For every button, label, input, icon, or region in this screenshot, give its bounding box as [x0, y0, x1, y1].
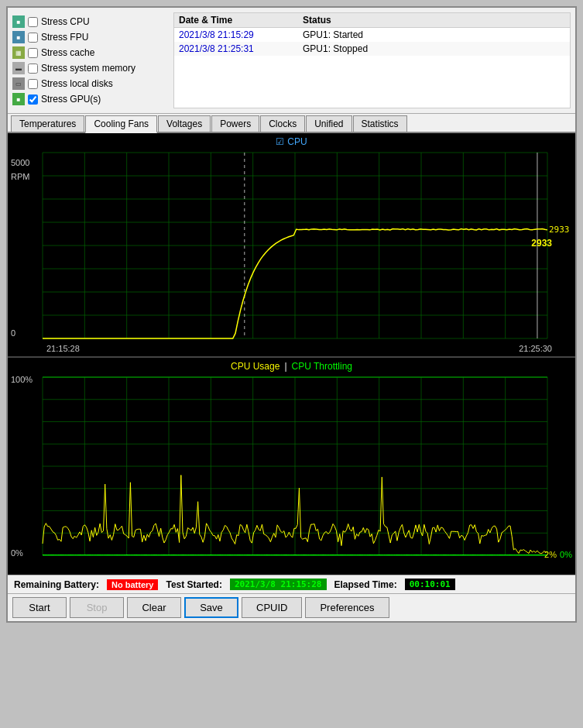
log-row-2: 2021/3/8 21:25:31 GPU1: Stopped — [174, 42, 570, 56]
stress-item-cache[interactable]: ▦ Stress cache — [12, 45, 167, 60]
log-row2-status: GPU1: Stopped — [303, 43, 368, 54]
cpu-current-green: 0% — [560, 550, 572, 559]
log-row1-status: GPU1: Started — [303, 29, 363, 40]
tabs-bar: Temperatures Cooling Fans Voltages Power… — [8, 114, 575, 133]
fpu-icon: ■ — [12, 31, 25, 43]
cpu-throttle-label: CPU Throttling — [292, 361, 352, 372]
tab-cooling-fans[interactable]: Cooling Fans — [85, 115, 157, 133]
save-button[interactable]: Save — [184, 597, 238, 618]
clear-button[interactable]: Clear — [127, 597, 181, 618]
stress-item-gpu[interactable]: ■ Stress GPU(s) — [12, 91, 167, 107]
test-started-label: Test Started: — [166, 579, 221, 590]
tab-voltages[interactable]: Voltages — [158, 115, 211, 132]
log-row-1: 2021/3/8 21:15:29 GPU1: Started — [174, 28, 570, 42]
fan-chart-label: ☑ CPU — [276, 136, 307, 147]
tab-clocks[interactable]: Clocks — [260, 115, 305, 132]
log-row1-datetime: 2021/3/8 21:15:29 — [179, 29, 303, 40]
stress-cpu-label: Stress CPU — [41, 16, 90, 27]
cpu-chart-label: CPU Usage | CPU Throttling — [231, 361, 352, 372]
tab-unified[interactable]: Unified — [306, 115, 352, 132]
status-bar: Remaining Battery: No battery Test Start… — [8, 575, 575, 593]
chart-area: ☑ CPU 5000 RPM 0 2933 21:15:28 21:25:30 … — [8, 133, 575, 575]
stop-button[interactable]: Stop — [70, 597, 124, 618]
cpu-usage-chart: CPU Usage | CPU Throttling 100% 0% 2% 0% — [8, 358, 575, 575]
stress-item-cpu[interactable]: ■ Stress CPU — [12, 14, 167, 29]
gpu-icon: ■ — [12, 93, 25, 105]
stress-gpu-label: Stress GPU(s) — [41, 94, 101, 105]
cache-icon: ▦ — [12, 46, 25, 59]
battery-value: No battery — [107, 579, 158, 590]
stress-item-mem[interactable]: ▬ Stress system memory — [12, 60, 167, 76]
fan-y-min: 0 — [11, 328, 15, 338]
stress-options: ■ Stress CPU ■ Stress FPU ▦ Stress cache… — [12, 12, 167, 108]
stress-fpu-checkbox[interactable] — [28, 33, 38, 43]
top-section: ■ Stress CPU ■ Stress FPU ▦ Stress cache… — [8, 8, 575, 114]
cpu-chart-canvas — [8, 358, 575, 575]
disk-icon: ▭ — [12, 77, 25, 90]
log-col1-header: Date & Time — [179, 15, 303, 26]
log-row2-datetime: 2021/3/8 21:25:31 — [179, 43, 303, 54]
stress-cpu-checkbox[interactable] — [28, 17, 38, 27]
fan-rpm-chart: ☑ CPU 5000 RPM 0 2933 21:15:28 21:25:30 — [8, 133, 575, 358]
stress-cache-label: Stress cache — [41, 47, 94, 58]
fan-current-value: 2933 — [531, 238, 552, 249]
fan-chart-title: CPU — [287, 136, 307, 147]
stress-item-fpu[interactable]: ■ Stress FPU — [12, 29, 167, 45]
chart-separator: | — [284, 361, 286, 372]
tab-statistics[interactable]: Statistics — [353, 115, 407, 132]
stress-cache-checkbox[interactable] — [28, 48, 38, 58]
cpuid-button[interactable]: CPUID — [242, 597, 302, 618]
cpu-current-yellow: 2% — [544, 550, 557, 559]
mem-icon: ▬ — [12, 62, 25, 74]
log-table: Date & Time Status 2021/3/8 21:15:29 GPU… — [173, 12, 571, 108]
stress-mem-checkbox[interactable] — [28, 64, 38, 74]
log-col2-header: Status — [303, 15, 331, 26]
cpu-icon: ■ — [12, 15, 25, 28]
stress-disk-checkbox[interactable] — [28, 79, 38, 89]
start-button[interactable]: Start — [12, 597, 67, 618]
fan-x-end: 21:25:30 — [519, 344, 552, 353]
stress-mem-label: Stress system memory — [41, 63, 135, 74]
fan-chart-canvas — [8, 133, 575, 358]
elapsed-value: 00:10:01 — [405, 579, 455, 590]
log-header: Date & Time Status — [174, 13, 570, 28]
fan-x-axis: 21:15:28 21:25:30 — [8, 344, 575, 353]
cpu-check-icon: ☑ — [276, 136, 284, 147]
tab-temperatures[interactable]: Temperatures — [11, 115, 84, 132]
fan-y-max: 5000 RPM — [11, 156, 29, 184]
cpu-y-max: 100% — [11, 375, 33, 384]
fan-x-start: 21:15:28 — [46, 344, 80, 353]
main-window: ■ Stress CPU ■ Stress FPU ▦ Stress cache… — [6, 6, 577, 623]
cpu-usage-label: CPU Usage — [231, 361, 279, 372]
test-started-value: 2021/3/8 21:15:28 — [230, 579, 327, 590]
stress-item-disk[interactable]: ▭ Stress local disks — [12, 76, 167, 91]
elapsed-label: Elapsed Time: — [334, 579, 397, 590]
tab-powers[interactable]: Powers — [211, 115, 259, 132]
battery-label: Remaining Battery: — [14, 579, 99, 590]
stress-fpu-label: Stress FPU — [41, 32, 88, 43]
cpu-y-min: 0% — [11, 548, 23, 558]
preferences-button[interactable]: Preferences — [305, 597, 389, 618]
stress-gpu-checkbox[interactable] — [28, 94, 38, 105]
bottom-buttons: Start Stop Clear Save CPUID Preferences — [8, 593, 575, 621]
stress-disk-label: Stress local disks — [41, 78, 113, 89]
